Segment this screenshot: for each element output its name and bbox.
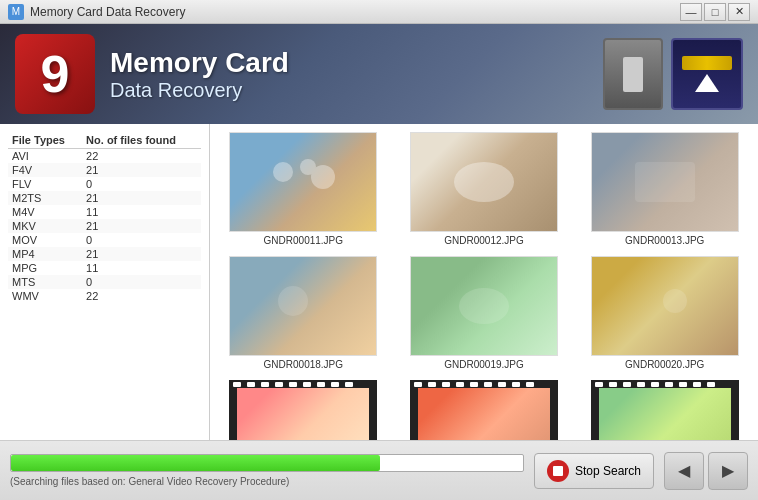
thumbnail-label: GNDR00013.JPG — [625, 235, 704, 246]
file-type-cell: MPG — [8, 261, 82, 275]
file-type-cell: M2TS — [8, 191, 82, 205]
progress-status-text: (Searching files based on: General Video… — [10, 476, 524, 487]
nav-buttons: ◀ ▶ — [664, 452, 748, 490]
table-row[interactable]: M4V11 — [8, 205, 201, 219]
list-item[interactable]: MP4000 — [399, 380, 570, 440]
thumbnail-image — [411, 133, 557, 231]
sd-card-icon — [671, 38, 743, 110]
file-count-cell: 0 — [82, 275, 201, 289]
table-row[interactable]: MP421 — [8, 247, 201, 261]
filmstrip-container — [591, 380, 739, 440]
file-type-cell: F4V — [8, 163, 82, 177]
sd-gold-strip — [682, 56, 732, 70]
file-count-cell: 0 — [82, 233, 201, 247]
file-type-cell: FLV — [8, 177, 82, 191]
table-row[interactable]: WMV22 — [8, 289, 201, 303]
photo-decoration — [253, 147, 353, 217]
list-item[interactable]: GNDR00018.JPG — [218, 256, 389, 370]
maximize-button[interactable]: □ — [704, 3, 726, 21]
file-count-cell: 11 — [82, 261, 201, 275]
file-type-cell: WMV — [8, 289, 82, 303]
thumbnails-panel[interactable]: GNDR00011.JPG GNDR00012.JPG — [210, 124, 758, 440]
close-button[interactable]: ✕ — [728, 3, 750, 21]
file-count-cell: 0 — [82, 177, 201, 191]
thumbnail-image — [230, 257, 376, 355]
col-file-types: File Types — [8, 132, 82, 149]
list-item[interactable]: GNDR00019.JPG — [399, 256, 570, 370]
minimize-button[interactable]: — — [680, 3, 702, 21]
photo-decoration — [434, 271, 534, 341]
thumbnail-image — [411, 257, 557, 355]
file-type-cell: MKV — [8, 219, 82, 233]
table-row[interactable]: MTS0 — [8, 275, 201, 289]
filmstrip-container — [229, 380, 377, 440]
stop-icon — [547, 460, 569, 482]
header-title-line2: Data Recovery — [110, 79, 603, 102]
thumbnail-image-container — [591, 132, 739, 232]
filmstrip-holes-top — [410, 380, 558, 388]
thumbnail-grid: GNDR00011.JPG GNDR00012.JPG — [218, 132, 750, 440]
svg-point-0 — [273, 162, 293, 182]
thumbnail-label: GNDR00011.JPG — [264, 235, 343, 246]
list-item[interactable]: GNDR00013.JPG — [579, 132, 750, 246]
file-count-cell: 21 — [82, 163, 201, 177]
table-row[interactable]: MPG11 — [8, 261, 201, 275]
table-row[interactable]: MKV21 — [8, 219, 201, 233]
svg-rect-4 — [635, 162, 695, 202]
window-title: Memory Card Data Recovery — [30, 5, 680, 19]
progress-bar-fill — [11, 455, 380, 471]
thumbnail-image-container — [410, 256, 558, 356]
stop-search-button[interactable]: Stop Search — [534, 453, 654, 489]
table-row[interactable]: MOV0 — [8, 233, 201, 247]
list-item[interactable]: GNDR00011.JPG — [218, 132, 389, 246]
thumbnail-image — [229, 380, 377, 440]
col-files-found: No. of files found — [82, 132, 201, 149]
table-row[interactable]: F4V21 — [8, 163, 201, 177]
prev-button[interactable]: ◀ — [664, 452, 704, 490]
app-header: 9 Memory Card Data Recovery — [0, 24, 758, 124]
progress-section: (Searching files based on: General Video… — [10, 454, 524, 487]
file-count-cell: 22 — [82, 289, 201, 303]
table-row[interactable]: M2TS21 — [8, 191, 201, 205]
file-type-cell: MOV — [8, 233, 82, 247]
stop-search-label: Stop Search — [575, 464, 641, 478]
list-item[interactable]: GNDR00012.JPG — [399, 132, 570, 246]
bottom-bar: (Searching files based on: General Video… — [0, 440, 758, 500]
app-logo: 9 — [15, 34, 95, 114]
thumbnail-label: GNDR00020.JPG — [625, 359, 704, 370]
photo-decoration — [615, 271, 715, 341]
next-button[interactable]: ▶ — [708, 452, 748, 490]
main-content: File Types No. of files found AVI22F4V21… — [0, 124, 758, 440]
file-type-cell: M4V — [8, 205, 82, 219]
thumbnail-label: GNDR00019.JPG — [444, 359, 523, 370]
photo-decoration — [253, 271, 353, 341]
thumbnail-image — [230, 133, 376, 231]
thumbnail-label: GNDR00018.JPG — [264, 359, 343, 370]
svg-point-5 — [278, 286, 308, 316]
svg-point-3 — [454, 162, 514, 202]
file-count-cell: 21 — [82, 247, 201, 261]
list-item[interactable]: MP4000... — [218, 380, 389, 440]
file-type-cell: AVI — [8, 149, 82, 164]
photo-decoration — [615, 147, 715, 217]
thumbnail-image-container — [410, 132, 558, 232]
thumbnail-image — [410, 380, 558, 440]
sd-arrow-icon — [695, 74, 719, 92]
filmstrip-holes-top — [229, 380, 377, 388]
list-item[interactable]: GNDR00020.JPG — [579, 256, 750, 370]
photo-decoration — [434, 147, 534, 217]
stop-icon-inner — [553, 466, 563, 476]
file-type-cell: MTS — [8, 275, 82, 289]
svg-point-6 — [459, 288, 509, 324]
window-controls: — □ ✕ — [680, 3, 750, 21]
table-row[interactable]: FLV0 — [8, 177, 201, 191]
list-item[interactable]: MP 400... — [579, 380, 750, 440]
thumbnail-image — [591, 380, 739, 440]
thumbnail-label: GNDR00012.JPG — [444, 235, 523, 246]
svg-point-7 — [663, 289, 687, 313]
file-count-cell: 21 — [82, 219, 201, 233]
titlebar: M Memory Card Data Recovery — □ ✕ — [0, 0, 758, 24]
header-icons — [603, 38, 743, 110]
table-row[interactable]: AVI22 — [8, 149, 201, 164]
file-count-cell: 11 — [82, 205, 201, 219]
